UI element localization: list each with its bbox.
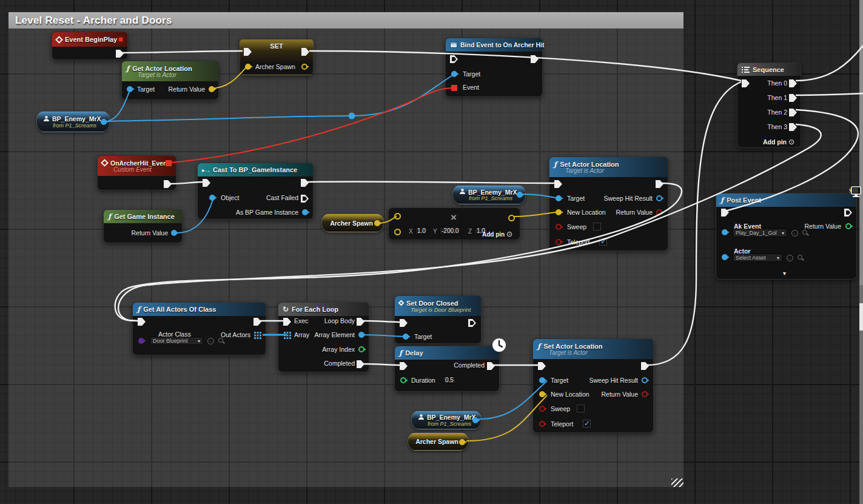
- node-set-actor-location-1[interactable]: ƒ Set Actor Location Target is Actor Tar…: [549, 156, 668, 251]
- node-event-beginplay[interactable]: Event BeginPlay: [52, 32, 128, 60]
- loop-body-pin[interactable]: [357, 318, 364, 326]
- node-get-all-actors[interactable]: ƒ Get All Actors Of Class Actor Class Do…: [132, 302, 266, 355]
- pill-archer-spawn[interactable]: Archer Spawn: [321, 213, 384, 232]
- vertical-scrollbar[interactable]: [859, 0, 863, 504]
- node-vector-multiply[interactable]: × X 1.0 Y -200.0 Z 1.0 Add pin ⊙: [388, 207, 520, 240]
- duration-pin[interactable]: [400, 377, 406, 383]
- node-bind-event[interactable]: Bind Event to On Archer Hit Target Event: [445, 38, 543, 97]
- cast-failed-pin[interactable]: [301, 195, 309, 203]
- use-asset-icon[interactable]: ←: [207, 338, 214, 344]
- exec-in-pin[interactable]: [721, 209, 729, 217]
- object-pin[interactable]: [209, 195, 215, 201]
- use-asset-icon[interactable]: ←: [791, 230, 798, 237]
- exec-in-pin[interactable]: [538, 362, 546, 370]
- exec-out-pin[interactable]: [468, 319, 476, 327]
- return-value-pin[interactable]: [209, 86, 215, 92]
- browse-icon[interactable]: [802, 230, 807, 235]
- array-element-pin[interactable]: [358, 332, 364, 338]
- delegate-pin[interactable]: [166, 160, 172, 166]
- node-sequence[interactable]: Sequence Then 0 Then 1 Then 2 Then 3 Add…: [737, 62, 801, 148]
- scrollbar-thumb-bright[interactable]: [859, 303, 863, 331]
- input-b-pin[interactable]: [394, 229, 401, 235]
- exec-in-pin[interactable]: [742, 79, 750, 87]
- duration-field[interactable]: 0.5: [443, 376, 456, 384]
- use-asset-icon[interactable]: ←: [787, 255, 793, 261]
- node-delay[interactable]: ƒ Delay Completed Duration 0.5: [394, 346, 500, 392]
- archer-spawn-pin[interactable]: [245, 64, 251, 70]
- value-out-pin[interactable]: [517, 192, 523, 198]
- exec-in-pin[interactable]: [400, 319, 408, 327]
- exec-out-pin[interactable]: [164, 180, 172, 188]
- target-pin[interactable]: [451, 71, 457, 77]
- x-field[interactable]: 1.0: [415, 227, 428, 235]
- sweep-pin[interactable]: [539, 406, 545, 412]
- exec-in-pin[interactable]: [450, 55, 458, 63]
- exec-out-pin[interactable]: [254, 318, 261, 326]
- out-actors-pin[interactable]: [254, 332, 256, 334]
- delegate-pin[interactable]: [118, 36, 124, 42]
- comment-resize-handle[interactable]: [671, 479, 683, 487]
- exec-in-pin[interactable]: [244, 48, 252, 56]
- then2-pin[interactable]: [789, 109, 797, 116]
- actor-dropdown[interactable]: Select Asset▾: [733, 254, 782, 262]
- teleport-pin[interactable]: [539, 421, 545, 427]
- node-set-archer-spawn[interactable]: SET Archer Spawn: [240, 39, 314, 75]
- input-a-pin[interactable]: [394, 213, 401, 220]
- sweep-checkbox[interactable]: [577, 405, 585, 412]
- exec-out-pin[interactable]: [531, 55, 539, 63]
- pill-bp-enemy-mrx[interactable]: BP_Enemy_MrX from P1_Screams: [411, 411, 482, 429]
- exec-in-pin[interactable]: [203, 179, 210, 187]
- value-out-pin[interactable]: [472, 417, 479, 423]
- node-cast-gameinstance[interactable]: ▸→ Cast To BP_GameInstance Object Cast F…: [197, 163, 314, 220]
- exec-out-pin[interactable]: [301, 179, 309, 187]
- ak-event-pin[interactable]: [722, 229, 728, 235]
- exec-in-pin[interactable]: [400, 362, 408, 370]
- array-pin[interactable]: [284, 332, 286, 334]
- target-pin[interactable]: [556, 195, 562, 201]
- exec-out-pin[interactable]: [116, 50, 124, 58]
- pill-bp-enemy-mrx[interactable]: BP_Enemy_MrX from P1_Screams: [36, 111, 110, 132]
- y-field[interactable]: -200.0: [439, 227, 461, 235]
- add-pin-button[interactable]: Add pin ⊙: [763, 138, 794, 146]
- exec-in-pin[interactable]: [283, 318, 291, 326]
- teleport-pin[interactable]: [556, 239, 562, 245]
- then0-pin[interactable]: [789, 79, 797, 87]
- return-value-pin[interactable]: [656, 209, 662, 215]
- then3-pin[interactable]: [789, 123, 797, 131]
- value-out-pin[interactable]: [101, 119, 107, 125]
- add-pin-button[interactable]: Add pin ⊙: [482, 230, 512, 238]
- ak-event-dropdown[interactable]: Play_Day_1_Gol▾: [733, 229, 787, 237]
- teleport-checkbox[interactable]: [583, 420, 591, 428]
- new-location-pin[interactable]: [539, 391, 545, 397]
- node-set-door-closed[interactable]: Set Door Closed Target is Door Blueprint…: [394, 295, 482, 344]
- exec-out-pin[interactable]: [656, 180, 663, 188]
- new-location-pin[interactable]: [556, 209, 562, 215]
- node-get-actor-location[interactable]: ƒ Get Actor Location Target is Actor Tar…: [121, 61, 219, 100]
- node-set-actor-location-2[interactable]: ƒ Set Actor Location Target is Actor Tar…: [532, 338, 654, 433]
- sweep-checkbox[interactable]: [593, 223, 601, 230]
- node-post-event[interactable]: ƒ Post Event Ak Event Play_Day_1_Gol▾ ← …: [716, 193, 857, 280]
- completed-pin[interactable]: [357, 360, 364, 368]
- pill-archer-spawn[interactable]: Archer Spawn: [408, 432, 469, 451]
- sweep-hit-pin[interactable]: [642, 377, 648, 383]
- sweep-pin[interactable]: [556, 224, 562, 230]
- then1-pin[interactable]: [789, 94, 797, 102]
- exec-in-pin[interactable]: [138, 318, 146, 326]
- sweep-hit-pin[interactable]: [656, 195, 662, 201]
- return-value-pin[interactable]: [845, 223, 851, 229]
- target-pin[interactable]: [539, 377, 545, 383]
- value-out-pin[interactable]: [301, 64, 307, 70]
- value-out-pin[interactable]: [374, 220, 380, 226]
- node-get-game-instance[interactable]: ƒ Get Game Instance Return Value: [103, 209, 183, 243]
- teleport-checkbox[interactable]: [599, 238, 607, 246]
- expand-node-chevron[interactable]: ▾: [783, 270, 786, 277]
- event-pin[interactable]: [451, 85, 457, 91]
- actor-class-pin[interactable]: [138, 338, 144, 344]
- pill-bp-enemy-mrx[interactable]: BP_Enemy_MrX from P1_Screams: [452, 185, 526, 204]
- return-value-pin[interactable]: [642, 391, 648, 397]
- browse-icon[interactable]: [218, 338, 223, 343]
- array-index-pin[interactable]: [358, 346, 364, 352]
- return-value-pin[interactable]: [171, 230, 177, 236]
- comment-title[interactable]: Level Reset - Archer and Doors: [8, 12, 683, 29]
- actor-class-dropdown[interactable]: Door Blueprint▾: [150, 337, 203, 345]
